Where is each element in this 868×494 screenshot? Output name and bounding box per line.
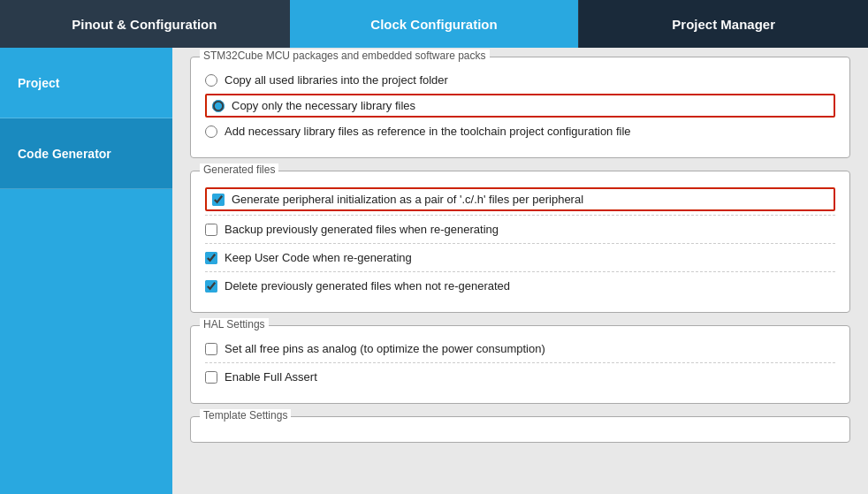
- sidebar-item-code-generator[interactable]: Code Generator: [0, 118, 172, 189]
- divider-2: [205, 243, 835, 244]
- checkbox-keep-user-code-input[interactable]: [205, 252, 217, 264]
- radio-copy-necessary-label: Copy only the necessary library files: [232, 99, 415, 112]
- checkbox-delete-files-input[interactable]: [205, 280, 217, 293]
- top-navigation: Pinout & Configuration Clock Configurati…: [0, 0, 868, 48]
- radio-copy-all-label: Copy all used libraries into the project…: [225, 73, 448, 87]
- tab-project-manager[interactable]: Project Manager: [579, 0, 868, 48]
- template-settings-title: Template Settings: [200, 409, 291, 422]
- sidebar-item-project[interactable]: Project: [0, 48, 172, 118]
- radio-copy-all-input[interactable]: [205, 74, 217, 87]
- checkbox-keep-user-code[interactable]: Keep User Code when re-generating: [205, 251, 835, 264]
- sidebar: Project Code Generator: [0, 48, 172, 494]
- divider-3: [205, 271, 835, 272]
- checkbox-enable-assert-input[interactable]: [205, 371, 217, 384]
- radio-copy-all[interactable]: Copy all used libraries into the project…: [205, 73, 835, 87]
- checkbox-gen-peripheral-input[interactable]: [212, 194, 225, 206]
- radio-copy-necessary-input[interactable]: [212, 100, 225, 112]
- stm32-radio-group: Copy all used libraries into the project…: [205, 73, 835, 138]
- radio-add-reference-input[interactable]: [205, 125, 217, 138]
- hal-settings-section: HAL Settings Set all free pins as analog…: [190, 325, 850, 404]
- checkbox-backup-input[interactable]: [205, 224, 217, 236]
- checkbox-keep-user-code-label: Keep User Code when re-generating: [225, 251, 412, 264]
- content-area: STM32Cube MCU packages and embedded soft…: [172, 48, 868, 494]
- checkbox-backup[interactable]: Backup previously generated files when r…: [205, 223, 835, 236]
- template-settings-section: Template Settings: [190, 416, 850, 443]
- checkbox-gen-peripheral[interactable]: Generate peripheral initialization as a …: [205, 187, 835, 211]
- tab-pinout[interactable]: Pinout & Configuration: [0, 0, 290, 48]
- checkbox-set-analog-label: Set all free pins as analog (to optimize…: [225, 342, 545, 355]
- checkbox-enable-assert-label: Enable Full Assert: [225, 370, 317, 384]
- hal-checkbox-group: Set all free pins as analog (to optimize…: [205, 342, 835, 384]
- generated-files-title: Generated files: [200, 163, 278, 176]
- radio-add-reference-label: Add necessary library files as reference…: [225, 125, 631, 138]
- tab-clock[interactable]: Clock Configuration: [290, 0, 580, 48]
- generated-files-checkbox-group: Generate peripheral initialization as a …: [205, 187, 835, 293]
- checkbox-delete-files[interactable]: Delete previously generated files when n…: [205, 279, 835, 293]
- generated-files-section: Generated files Generate peripheral init…: [190, 171, 850, 313]
- stm32-packages-title: STM32Cube MCU packages and embedded soft…: [200, 49, 490, 62]
- checkbox-backup-label: Backup previously generated files when r…: [225, 223, 499, 236]
- divider-4: [205, 362, 835, 363]
- checkbox-set-analog[interactable]: Set all free pins as analog (to optimize…: [205, 342, 835, 355]
- radio-copy-necessary[interactable]: Copy only the necessary library files: [205, 94, 835, 118]
- divider-1: [205, 215, 835, 216]
- checkbox-enable-assert[interactable]: Enable Full Assert: [205, 370, 835, 384]
- checkbox-delete-files-label: Delete previously generated files when n…: [225, 279, 510, 293]
- stm32-packages-section: STM32Cube MCU packages and embedded soft…: [190, 57, 850, 158]
- main-layout: Project Code Generator STM32Cube MCU pac…: [0, 48, 868, 494]
- checkbox-gen-peripheral-label: Generate peripheral initialization as a …: [232, 193, 583, 206]
- checkbox-set-analog-input[interactable]: [205, 343, 217, 355]
- radio-add-reference[interactable]: Add necessary library files as reference…: [205, 125, 835, 138]
- hal-settings-title: HAL Settings: [200, 318, 269, 331]
